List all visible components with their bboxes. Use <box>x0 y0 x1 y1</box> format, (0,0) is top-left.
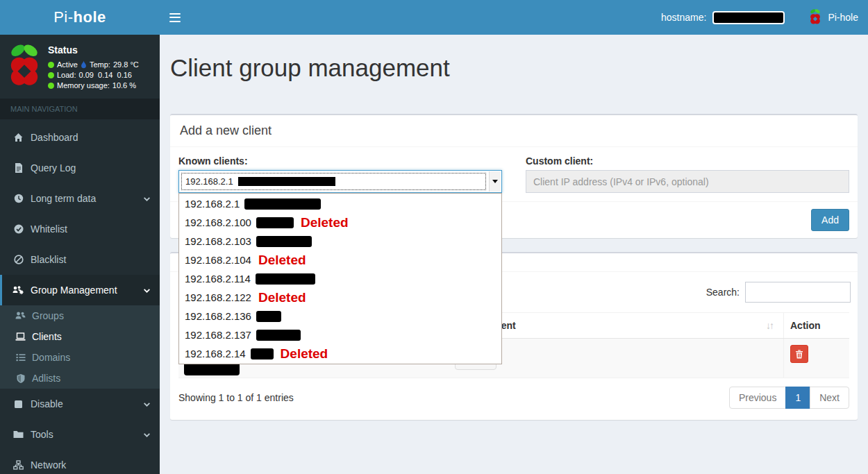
home-icon <box>12 133 24 142</box>
stop-icon <box>12 400 24 409</box>
dropdown-option[interactable]: 192.168.2.14Deleted <box>179 344 501 363</box>
chevron-down-icon <box>143 400 151 408</box>
search-input[interactable] <box>745 282 851 303</box>
search-label: Search: <box>706 287 740 298</box>
redacted-client-name <box>256 311 281 322</box>
sidebar-item-group-management[interactable]: Group Management <box>0 275 160 305</box>
page-title: Client group management <box>170 54 858 82</box>
status-temp-value: 29.8 °C <box>113 60 139 69</box>
sidebar-toggle-icon[interactable] <box>169 13 181 22</box>
redacted-client-name <box>238 177 335 186</box>
known-clients-select[interactable]: 192.168.2.1 <box>178 170 502 193</box>
dropdown-option[interactable]: 192.168.2.103 <box>179 232 501 251</box>
custom-client-input[interactable] <box>526 170 849 193</box>
pagination: Previous 1 Next <box>729 387 849 409</box>
status-load-values: 0.09 0.14 0.16 <box>79 71 132 79</box>
status-memory-dot <box>48 83 54 89</box>
known-clients-label: Known clients: <box>178 155 502 167</box>
hostname-label: hostname: <box>661 12 706 23</box>
status-active-label: Active <box>57 60 78 69</box>
sidebar-item-domains[interactable]: Domains <box>0 347 160 368</box>
sidebar: Status Active Temp: 29.8 °C Load: 0.09 0… <box>0 35 160 474</box>
ban-icon <box>12 255 24 264</box>
brand-text: Pi-hole <box>53 8 106 26</box>
sidebar-item-tools[interactable]: Tools <box>0 419 160 450</box>
status-panel: Status Active Temp: 29.8 °C Load: 0.09 0… <box>0 35 160 99</box>
folder-icon <box>12 430 24 439</box>
option-ip: 192.168.2.137 <box>185 329 251 341</box>
main-content: Client group management Add a new client… <box>160 35 868 474</box>
file-icon <box>12 163 24 173</box>
chevron-down-icon <box>143 195 151 203</box>
redacted-client-name <box>256 273 315 285</box>
sidebar-item-blacklist[interactable]: Blacklist <box>0 244 160 275</box>
sidebar-item-query-log[interactable]: Query Log <box>0 153 160 183</box>
add-client-panel: Add a new client Known clients: 192.168.… <box>170 114 858 238</box>
list-icon <box>15 353 26 362</box>
deleted-label: Deleted <box>281 346 328 362</box>
top-header: Pi-hole hostname: Pi-hole <box>0 0 868 35</box>
deleted-label: Deleted <box>258 253 306 268</box>
redacted-client-name <box>256 330 301 341</box>
option-ip: 192.168.2.100 <box>185 217 251 228</box>
status-memory-label: Memory usage: <box>57 81 110 90</box>
select-arrow-zone[interactable] <box>489 171 501 192</box>
sidebar-item-disable[interactable]: Disable <box>0 389 160 419</box>
dropdown-option[interactable]: 192.168.2.1 <box>179 194 501 213</box>
header-brand-label: Pi-hole <box>828 12 858 23</box>
clock-icon <box>12 194 24 203</box>
dropdown-option[interactable]: 192.168.2.136 <box>179 307 501 325</box>
deleted-label: Deleted <box>301 215 349 230</box>
pihole-raspberry-logo <box>7 42 42 92</box>
redacted-client-name <box>251 348 274 359</box>
sidebar-item-whitelist[interactable]: Whitelist <box>0 214 160 244</box>
redacted-client-name <box>256 236 312 247</box>
redacted-client-name <box>256 217 294 228</box>
pagination-next-button[interactable]: Next <box>810 387 849 409</box>
sidebar-item-long-term-data[interactable]: Long term data <box>0 183 160 214</box>
delete-client-button[interactable] <box>790 345 808 363</box>
dropdown-arrow-icon <box>492 180 498 183</box>
sidebar-item-groups[interactable]: Groups <box>0 305 160 326</box>
sidebar-item-network[interactable]: Network <box>0 450 160 474</box>
check-circle-icon <box>12 224 24 234</box>
dropdown-option[interactable]: 192.168.2.100Deleted <box>179 213 501 232</box>
header-brand-right[interactable]: Pi-hole <box>808 8 858 26</box>
laptop-icon <box>15 332 26 341</box>
action-header: Action <box>790 320 821 331</box>
redacted-client-name <box>244 198 321 210</box>
option-ip: 192.168.2.103 <box>185 235 251 247</box>
known-clients-dropdown: 192.168.2.1192.168.2.100Deleted192.168.2… <box>178 193 502 364</box>
status-load-dot <box>48 72 54 78</box>
dropdown-option[interactable]: 192.168.2.114 <box>179 269 501 288</box>
sidebar-item-adlists[interactable]: Adlists <box>0 368 160 389</box>
deleted-label: Deleted <box>258 290 306 305</box>
network-sitemap-icon <box>12 460 24 470</box>
dropdown-option[interactable]: 192.168.2.122Deleted <box>179 288 501 307</box>
add-button[interactable]: Add <box>811 209 849 231</box>
pagination-page-1-button[interactable]: 1 <box>785 387 810 409</box>
pagination-previous-button[interactable]: Previous <box>729 387 786 409</box>
chevron-down-icon <box>143 287 151 294</box>
option-ip: 192.168.2.136 <box>185 310 251 322</box>
option-ip: 192.168.2.14 <box>185 348 246 359</box>
dropdown-option[interactable]: 192.168.2.104Deleted <box>179 251 501 269</box>
status-temp-label: Temp: <box>90 60 110 69</box>
option-ip: 192.168.2.1 <box>185 198 240 210</box>
sort-icon[interactable]: ↓↑ <box>766 320 773 331</box>
status-active-dot <box>48 62 54 68</box>
option-ip: 192.168.2.114 <box>185 273 251 285</box>
redacted-hostname-value <box>712 11 785 24</box>
sidebar-item-clients[interactable]: Clients <box>0 326 160 347</box>
navbar: hostname: Pi-hole <box>160 0 868 35</box>
pihole-logo-icon <box>808 8 823 26</box>
dropdown-option[interactable]: 192.168.2.137 <box>179 325 501 344</box>
status-memory-value: 10.6 % <box>112 81 136 90</box>
status-load-label: Load: <box>57 71 76 79</box>
custom-client-label: Custom client: <box>526 155 849 167</box>
add-client-panel-title: Add a new client <box>170 115 858 147</box>
temperature-flame-icon <box>81 60 87 69</box>
chevron-down-icon <box>143 431 151 439</box>
app-logo[interactable]: Pi-hole <box>0 0 160 35</box>
sidebar-item-dashboard[interactable]: Dashboard <box>0 122 160 153</box>
